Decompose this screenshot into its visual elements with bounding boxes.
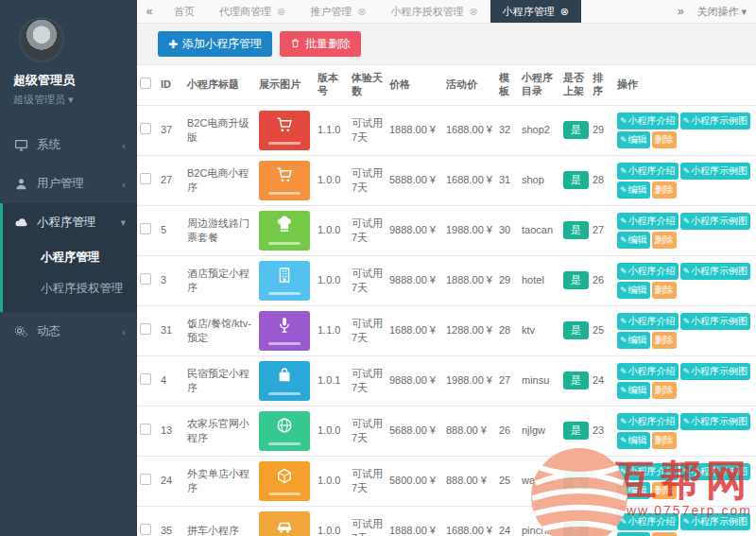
delete-button[interactable]: 删除 [652, 482, 677, 499]
row-checkbox[interactable] [140, 223, 151, 234]
edit-button[interactable]: ✎编辑 [617, 482, 650, 499]
miniapp-example-button[interactable]: ✎小程序示例图 [680, 112, 751, 130]
sidebar-subitem-miniapp-management[interactable]: 小程序管理 [3, 242, 137, 273]
pencil-icon: ✎ [683, 166, 691, 176]
delete-button[interactable]: 删除 [652, 432, 677, 449]
miniapp-example-button[interactable]: ✎小程序示例图 [680, 213, 751, 230]
miniapp-intro-button[interactable]: ✎小程序介绍 [617, 413, 679, 430]
tab-close-icon[interactable]: ⊗ [277, 6, 285, 18]
miniapp-intro-button[interactable]: ✎小程序介绍 [617, 263, 679, 280]
cell-id: 37 [158, 105, 184, 155]
row-actions: ✎小程序介绍 ✎小程序示例图 ✎编辑 删除 [617, 363, 753, 399]
row-actions: ✎小程序介绍 ✎小程序示例图 ✎编辑 删除 [617, 463, 753, 499]
delete-button[interactable]: 删除 [652, 131, 677, 148]
tab-close-icon[interactable]: ⊗ [469, 6, 477, 18]
miniapp-intro-button[interactable]: ✎小程序介绍 [617, 513, 679, 530]
table-row: 3 酒店预定小程序 1.0.0 可试用7天 9888.00 ¥ 1888.00 … [137, 255, 756, 305]
tab-close-icon[interactable]: ⊗ [357, 6, 366, 18]
tab[interactable]: 小程序授权管理 ⊗ [378, 0, 490, 23]
tabs-scroll-left-button[interactable]: « [137, 0, 162, 23]
sidebar-subitem-miniapp-auth[interactable]: 小程序授权管理 [3, 273, 137, 304]
tab[interactable]: 首页 ⊗ [162, 0, 207, 23]
miniapp-intro-button[interactable]: ✎小程序介绍 [617, 313, 679, 330]
miniapp-intro-button[interactable]: ✎小程序介绍 [617, 463, 679, 480]
delete-button[interactable]: 删除 [652, 332, 677, 349]
select-all-checkbox[interactable] [140, 78, 151, 89]
miniapp-example-button[interactable]: ✎小程序示例图 [680, 513, 751, 530]
cell-title: 民宿预定小程序 [184, 355, 256, 406]
cell-price: 1888.00 ¥ [387, 506, 443, 536]
row-checkbox[interactable] [140, 323, 151, 335]
pencil-icon: ✎ [620, 467, 627, 476]
miniapp-intro-button[interactable]: ✎小程序介绍 [617, 213, 679, 230]
cell-title: 周边游线路门票套餐 [184, 205, 256, 255]
edit-button[interactable]: ✎编辑 [617, 131, 650, 148]
miniapp-intro-button[interactable]: ✎小程序介绍 [617, 112, 679, 130]
sidebar-item-miniapp-management[interactable]: 小程序管理 ▾ [3, 203, 137, 242]
row-checkbox[interactable] [140, 273, 151, 285]
cell-activity-price: 1688.00 ¥ [443, 155, 496, 205]
on-shelf-button[interactable]: 是 [563, 121, 589, 139]
add-miniapp-button[interactable]: ✚添加小程序管理 [158, 31, 272, 57]
edit-button[interactable]: ✎编辑 [617, 282, 650, 299]
row-checkbox[interactable] [140, 123, 151, 134]
row-checkbox[interactable] [140, 474, 151, 485]
edit-button[interactable]: ✎编辑 [617, 382, 650, 399]
delete-button[interactable]: 删除 [652, 532, 677, 536]
delete-button[interactable]: 删除 [652, 182, 677, 199]
on-shelf-button[interactable]: 是 [563, 171, 589, 189]
on-shelf-button[interactable]: 是 [563, 372, 589, 389]
miniapp-example-button[interactable]: ✎小程序示例图 [680, 263, 751, 280]
delete-button[interactable]: 删除 [652, 382, 677, 399]
pencil-icon: ✎ [683, 267, 691, 276]
tab-close-icon[interactable]: ⊗ [560, 6, 569, 18]
on-shelf-button[interactable]: 是 [563, 271, 589, 289]
sidebar-item-system[interactable]: 系统 ‹ [0, 126, 137, 164]
miniapp-example-button[interactable]: ✎小程序示例图 [680, 413, 751, 430]
on-shelf-button[interactable]: 是 [563, 321, 589, 339]
miniapp-example-button[interactable]: ✎小程序示例图 [680, 163, 751, 180]
sidebar-item-label: 动态 [37, 323, 60, 339]
caret-down-icon: ▾ [741, 6, 747, 17]
app-image [259, 411, 310, 451]
cloud-icon [14, 216, 28, 230]
edit-button[interactable]: ✎编辑 [617, 532, 650, 536]
avatar[interactable] [19, 17, 64, 62]
tab[interactable]: 推户管理 ⊗ [298, 0, 378, 23]
miniapp-example-button[interactable]: ✎小程序示例图 [680, 463, 751, 480]
edit-button[interactable]: ✎编辑 [617, 232, 650, 249]
tab[interactable]: 小程序管理 ⊗ [490, 0, 581, 23]
miniapp-intro-button[interactable]: ✎小程序介绍 [617, 163, 679, 180]
batch-delete-button[interactable]: 批量删除 [280, 31, 361, 57]
pencil-icon: ✎ [683, 116, 691, 126]
delete-button[interactable]: 删除 [652, 232, 677, 249]
table-row: 27 B2C电商小程序 1.0.0 可试用7天 5888.00 ¥ 1688.0… [137, 155, 756, 205]
close-operations-dropdown[interactable]: 关闭操作 ▾ [696, 5, 747, 19]
on-shelf-button[interactable]: 是 [563, 522, 589, 536]
on-shelf-button[interactable]: 是 [563, 472, 589, 490]
chevron-down-icon: ▾ [120, 216, 126, 229]
row-checkbox[interactable] [140, 173, 151, 184]
sidebar-item-activity[interactable]: 动态 ‹ [0, 312, 137, 351]
miniapp-intro-button[interactable]: ✎小程序介绍 [617, 363, 679, 380]
miniapp-example-button[interactable]: ✎小程序示例图 [680, 363, 751, 380]
tab[interactable]: 代理商管理 ⊗ [207, 0, 298, 23]
edit-button[interactable]: ✎编辑 [617, 182, 650, 199]
user-role-dropdown[interactable]: 超级管理员 ▾ [13, 93, 126, 107]
miniapp-example-button[interactable]: ✎小程序示例图 [680, 313, 751, 330]
edit-button[interactable]: ✎编辑 [617, 432, 650, 449]
delete-button[interactable]: 删除 [652, 282, 677, 299]
tabs: 首页 ⊗ 代理商管理 ⊗ 推户管理 ⊗ 小程序授权管理 ⊗ 小程序管理 ⊗ [162, 0, 668, 23]
on-shelf-button[interactable]: 是 [563, 422, 589, 440]
table-body: 37 B2C电商升级版 1.1.0 可试用7天 1888.00 ¥ 1688.0… [137, 105, 756, 536]
cell-sort: 26 [590, 255, 614, 305]
row-checkbox[interactable] [140, 373, 151, 385]
edit-button[interactable]: ✎编辑 [617, 332, 650, 349]
row-checkbox[interactable] [140, 524, 151, 535]
tabs-scroll-right-button[interactable]: » [668, 5, 693, 18]
sidebar-item-label: 小程序管理 [37, 215, 96, 231]
col-header-image: 展示图片 [256, 65, 315, 106]
on-shelf-button[interactable]: 是 [563, 221, 589, 239]
sidebar-item-users[interactable]: 用户管理 ‹ [0, 164, 137, 203]
row-checkbox[interactable] [140, 424, 151, 435]
